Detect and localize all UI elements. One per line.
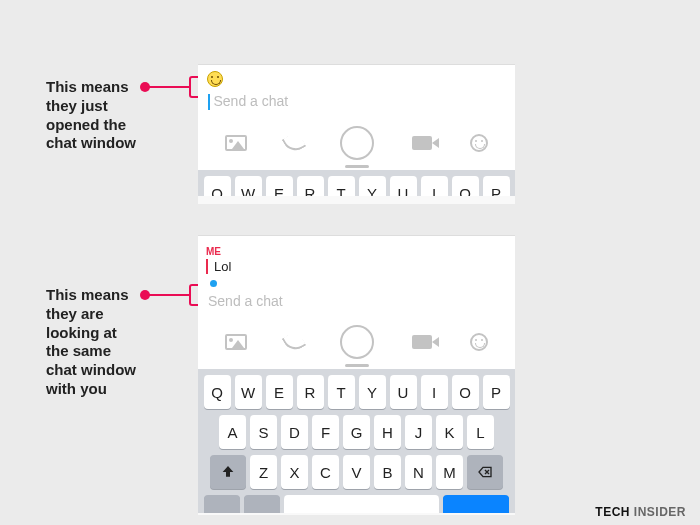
- chat-placeholder: Send a chat: [214, 93, 289, 109]
- annotation-opened-chat: This means they just opened the chat win…: [46, 78, 136, 153]
- smiley-icon: [207, 71, 223, 87]
- letter-key[interactable]: Y: [359, 176, 386, 196]
- camera-shutter-icon[interactable]: [340, 126, 374, 160]
- chat-toolbar: [198, 319, 515, 369]
- sticker-icon[interactable]: [470, 134, 488, 152]
- chat-placeholder: Send a chat: [208, 293, 283, 309]
- letter-key[interactable]: F: [312, 415, 339, 449]
- letter-key[interactable]: Q: [204, 375, 231, 409]
- watermark: TECH INSIDER: [595, 505, 686, 519]
- letter-key[interactable]: I: [421, 176, 448, 196]
- gallery-icon[interactable]: [225, 135, 247, 151]
- letter-key[interactable]: N: [405, 455, 432, 489]
- letter-key[interactable]: R: [297, 375, 324, 409]
- backspace-key[interactable]: [467, 455, 503, 489]
- letter-key[interactable]: T: [328, 375, 355, 409]
- letter-key[interactable]: O: [452, 176, 479, 196]
- chat-window-opened-state: Send a chat QWERTYUIOP: [198, 64, 515, 204]
- letter-key[interactable]: G: [343, 415, 370, 449]
- globe-key[interactable]: [244, 495, 280, 513]
- annotation-looking-at-chat: This means they are looking at the same …: [46, 286, 136, 399]
- letter-key[interactable]: U: [390, 176, 417, 196]
- letter-key[interactable]: U: [390, 375, 417, 409]
- keyboard-row: QWERTYUIOP: [201, 375, 512, 409]
- letter-key[interactable]: D: [281, 415, 308, 449]
- video-call-icon[interactable]: [412, 335, 432, 349]
- pointer-to-blue-dot: [145, 294, 189, 296]
- letter-key[interactable]: W: [235, 176, 262, 196]
- keyboard[interactable]: QWERTYUIOP ASDFGHJKL ZXCVBNM: [198, 369, 515, 513]
- letter-key[interactable]: I: [421, 375, 448, 409]
- letter-key[interactable]: Q: [204, 176, 231, 196]
- letter-key[interactable]: Y: [359, 375, 386, 409]
- letter-key[interactable]: M: [436, 455, 463, 489]
- letter-key[interactable]: A: [219, 415, 246, 449]
- sticker-icon[interactable]: [470, 333, 488, 351]
- letter-key[interactable]: P: [483, 375, 510, 409]
- voice-call-icon[interactable]: [281, 131, 306, 156]
- letter-key[interactable]: X: [281, 455, 308, 489]
- letter-key[interactable]: J: [405, 415, 432, 449]
- letter-key[interactable]: E: [266, 176, 293, 196]
- sent-message: Lol: [206, 259, 507, 274]
- keyboard-row: ZXCVBNM: [201, 455, 512, 489]
- sender-label: ME: [198, 242, 515, 257]
- chat-window-viewing-state: ME Lol Send a chat QWERTYUIOP ASDFGHJKL …: [198, 235, 515, 515]
- gallery-icon[interactable]: [225, 334, 247, 350]
- letter-key[interactable]: V: [343, 455, 370, 489]
- keyboard-row-partial: QWERTYUIOP: [201, 176, 512, 196]
- letter-key[interactable]: H: [374, 415, 401, 449]
- space-key[interactable]: [284, 495, 439, 513]
- keyboard[interactable]: QWERTYUIOP: [198, 170, 515, 196]
- grab-bar[interactable]: [345, 364, 369, 367]
- chat-input[interactable]: Send a chat: [198, 87, 515, 120]
- letter-key[interactable]: O: [452, 375, 479, 409]
- camera-shutter-icon[interactable]: [340, 325, 374, 359]
- letter-key[interactable]: R: [297, 176, 324, 196]
- grab-bar[interactable]: [345, 165, 369, 168]
- letter-key[interactable]: C: [312, 455, 339, 489]
- chat-toolbar: [198, 120, 515, 170]
- letter-key[interactable]: P: [483, 176, 510, 196]
- pointer-to-smiley: [145, 86, 189, 88]
- letter-key[interactable]: T: [328, 176, 355, 196]
- letter-key[interactable]: L: [467, 415, 494, 449]
- video-call-icon[interactable]: [412, 136, 432, 150]
- numbers-key[interactable]: [204, 495, 240, 513]
- letter-key[interactable]: S: [250, 415, 277, 449]
- send-key[interactable]: [443, 495, 509, 513]
- letter-key[interactable]: B: [374, 455, 401, 489]
- letter-key[interactable]: K: [436, 415, 463, 449]
- letter-key[interactable]: Z: [250, 455, 277, 489]
- voice-call-icon[interactable]: [281, 330, 306, 355]
- chat-input[interactable]: Send a chat: [198, 287, 515, 319]
- shift-key[interactable]: [210, 455, 246, 489]
- presence-dot-icon: [210, 280, 217, 287]
- letter-key[interactable]: E: [266, 375, 293, 409]
- letter-key[interactable]: W: [235, 375, 262, 409]
- keyboard-bottom-row: [201, 495, 512, 513]
- keyboard-row: ASDFGHJKL: [201, 415, 512, 449]
